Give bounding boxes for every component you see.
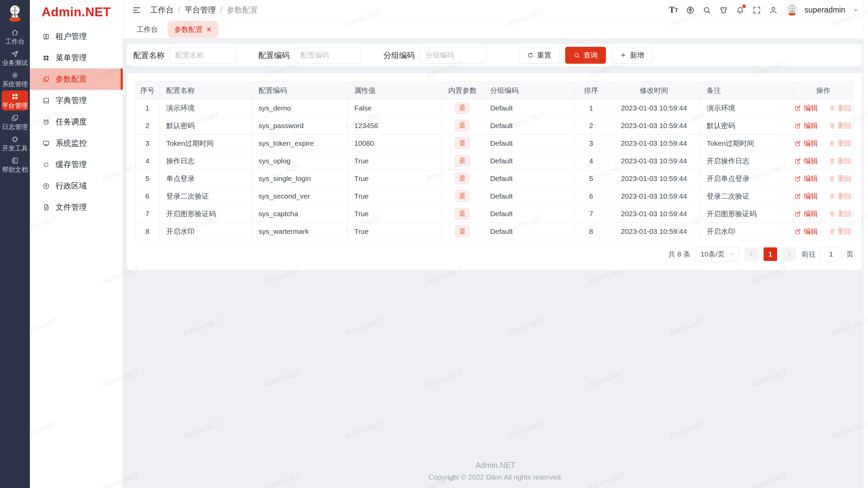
delete-button[interactable]: 删除 — [829, 209, 852, 219]
delete-button[interactable]: 删除 — [829, 174, 852, 183]
edit-button[interactable]: 编辑 — [794, 191, 818, 201]
sidebar-item-monitor[interactable]: 系统监控 — [30, 133, 123, 154]
search-icon[interactable] — [702, 5, 712, 15]
page-number-button[interactable]: 1 — [764, 247, 777, 261]
rail-item-workbench[interactable]: 工作台 — [2, 26, 28, 46]
cell-serial: 5 — [136, 170, 159, 187]
font-size-icon[interactable]: TT — [669, 5, 678, 15]
dictionary-icon — [42, 97, 50, 104]
rail-item-log-mgmt[interactable]: 日志管理 — [2, 112, 28, 132]
sidebar-item-region[interactable]: 行政区域 — [30, 175, 123, 197]
user-avatar[interactable] — [785, 3, 799, 17]
edit-button[interactable]: 编辑 — [794, 174, 818, 183]
rail-item-dev-tools[interactable]: 开发工具 — [2, 133, 28, 153]
config-name-input[interactable] — [170, 47, 236, 64]
delete-button[interactable]: 删除 — [829, 227, 852, 236]
sidebar-item-file[interactable]: 文件管理 — [30, 197, 123, 218]
profile-icon[interactable] — [769, 5, 778, 15]
cell-modified-time: 2023-01-03 10:59:44 — [608, 187, 699, 205]
filter-label: 配置名称 — [133, 50, 164, 61]
cell-value: True — [347, 187, 441, 205]
edit-button[interactable]: 编辑 — [794, 139, 818, 148]
region-icon — [42, 182, 50, 190]
edit-button[interactable]: 编辑 — [794, 121, 818, 130]
tab-close-icon[interactable]: ✕ — [206, 26, 212, 33]
table-card: 序号 配置名称 配置编码 属性值 内置参数 分组编码 排序 修改时间 备注 操作 — [127, 73, 862, 270]
sidebar-logo-text: Admin.NET — [30, 0, 123, 22]
edit-button[interactable]: 编辑 — [794, 156, 818, 166]
trash-icon — [829, 158, 835, 164]
table-row: 5 单点登录 sys_single_login True 是 Default 5… — [136, 170, 853, 187]
cell-config-name: 开启图形验证码 — [159, 205, 252, 223]
config-code-input[interactable] — [295, 47, 361, 64]
delete-button[interactable]: 删除 — [829, 156, 852, 166]
fullscreen-icon[interactable] — [752, 5, 762, 15]
breadcrumb-item[interactable]: 平台管理 — [184, 5, 216, 15]
table-row: 2 默认密码 sys_password 123456 是 Default 2 2… — [136, 117, 853, 135]
cell-modified-time: 2023-01-03 10:59:44 — [608, 99, 699, 117]
plus-icon — [620, 52, 627, 59]
edit-icon — [794, 175, 801, 182]
goto-page-input[interactable] — [820, 247, 842, 261]
edit-button[interactable]: 编辑 — [794, 209, 818, 219]
delete-button[interactable]: 删除 — [829, 103, 852, 113]
sidebar-item-schedule[interactable]: 任务调度 — [30, 111, 123, 133]
rail-item-label: 日志管理 — [2, 124, 28, 130]
trash-icon — [829, 105, 835, 111]
language-icon[interactable] — [686, 5, 695, 15]
sidebar-item-cache[interactable]: 缓存管理 — [30, 154, 123, 175]
column-header: 分组编码 — [483, 82, 574, 99]
tab-config[interactable]: 参数配置 ✕ — [167, 21, 219, 38]
edit-button[interactable]: 编辑 — [794, 227, 818, 236]
notification-icon[interactable] — [735, 5, 745, 15]
app-logo[interactable] — [0, 0, 30, 26]
cell-builtin: 是 — [442, 135, 483, 152]
rail-item-help-docs[interactable]: 帮助文档 — [2, 155, 28, 175]
chevron-down-icon[interactable] — [852, 7, 859, 14]
sidebar-item-config[interactable]: 参数配置 — [30, 68, 123, 90]
breadcrumb-item[interactable]: 工作台 — [150, 5, 174, 15]
table-row: 6 登录二次验证 sys_second_ver True 是 Default 6… — [136, 187, 853, 205]
sidebar-item-dictionary[interactable]: 字典管理 — [30, 90, 123, 111]
trash-icon — [829, 122, 835, 129]
cell-serial: 8 — [136, 223, 159, 240]
next-page-button[interactable] — [783, 247, 796, 261]
rail-item-label: 帮助文档 — [2, 166, 28, 173]
tab-workbench[interactable]: 工作台 — [132, 21, 163, 38]
rail-item-platform-mgmt[interactable]: 平台管理 — [2, 90, 28, 110]
sidebar-item-tenant[interactable]: 租户管理 — [30, 26, 123, 47]
tab-label: 参数配置 — [174, 25, 203, 34]
edit-icon — [794, 122, 801, 129]
delete-button[interactable]: 删除 — [829, 121, 852, 130]
prev-page-button[interactable] — [745, 247, 758, 261]
rail-item-label: 开发工具 — [2, 145, 28, 151]
trash-icon — [829, 140, 835, 147]
theme-icon[interactable] — [719, 5, 728, 15]
chevron-down-icon — [729, 251, 734, 257]
delete-button[interactable]: 删除 — [829, 191, 852, 201]
cell-config-code: sys_wartermark — [252, 223, 347, 240]
page-size-select[interactable]: 10条/页 — [696, 247, 739, 261]
sidebar-item-menu-mgmt[interactable]: 菜单管理 — [30, 47, 123, 68]
rail-item-label: 工作台 — [5, 38, 25, 45]
builtin-badge: 是 — [455, 102, 470, 114]
scrollbar-track[interactable] — [863, 0, 868, 488]
cell-actions: 编辑 删除 — [793, 187, 853, 205]
notification-badge-dot — [742, 4, 746, 8]
trash-icon — [829, 210, 835, 217]
edit-button[interactable]: 编辑 — [794, 103, 818, 113]
breadcrumb-separator: / — [220, 5, 222, 15]
rail-item-business-test[interactable]: 业务测试 — [2, 48, 28, 68]
collapse-menu-icon[interactable] — [132, 5, 141, 15]
username[interactable]: superadmin — [805, 5, 845, 15]
reset-button[interactable]: 重置 — [519, 47, 559, 64]
search-button[interactable]: 查询 — [565, 47, 606, 64]
search-icon — [573, 52, 580, 59]
trash-icon — [829, 193, 835, 200]
rail-item-system-mgmt[interactable]: 系统管理 — [2, 69, 28, 89]
config-table: 序号 配置名称 配置编码 属性值 内置参数 分组编码 排序 修改时间 备注 操作 — [135, 81, 853, 240]
delete-button[interactable]: 删除 — [829, 139, 852, 148]
add-button[interactable]: 新增 — [612, 47, 652, 64]
group-code-input[interactable] — [420, 47, 486, 64]
cell-serial: 6 — [136, 187, 159, 205]
